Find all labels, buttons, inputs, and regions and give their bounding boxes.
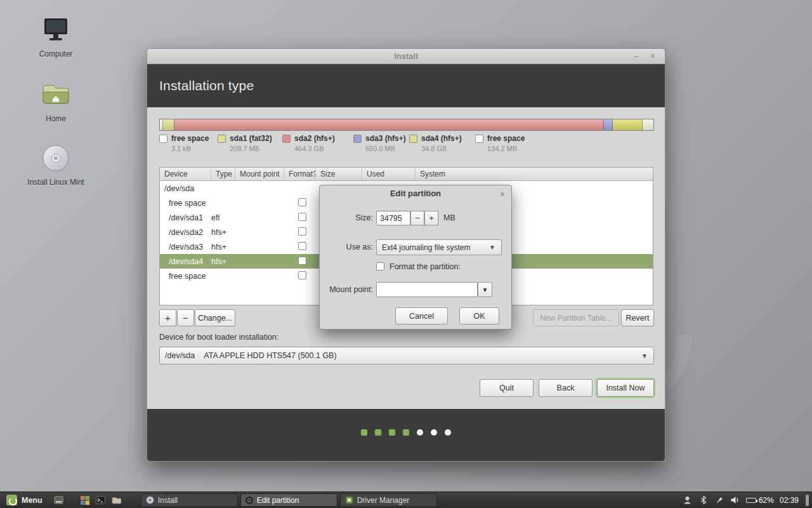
column-header-format[interactable]: Format?	[284, 168, 316, 180]
legend-swatch	[409, 135, 417, 143]
size-spinbox[interactable]	[376, 211, 410, 225]
bootloader-device-combobox[interactable]: /dev/sda ATA APPLE HDD HTS547 (500.1 GB)…	[159, 347, 654, 364]
device-cell: /dev/sda	[160, 184, 211, 193]
size-input[interactable]	[377, 214, 410, 223]
add-partition-button[interactable]: +	[159, 309, 176, 326]
mint-logo-icon	[6, 495, 17, 505]
minimize-button[interactable]: –	[629, 49, 643, 64]
menu-button[interactable]: Menu	[0, 492, 49, 508]
column-header-type[interactable]: Type	[211, 168, 235, 180]
legend-item: sda1 (fat32) 209.7 MB	[218, 134, 272, 152]
battery-icon	[746, 498, 756, 503]
task-label: Edit partition	[257, 496, 299, 505]
desktop-icon-computer[interactable]: Computer	[21, 13, 91, 58]
installer-icon	[146, 496, 154, 504]
system-tray: 62% 02:39	[683, 495, 812, 506]
show-desktop-corner[interactable]	[806, 495, 809, 506]
progress-dot-done	[375, 429, 381, 436]
column-header-mount-point[interactable]: Mount point	[235, 168, 284, 180]
use-as-label: Use as:	[320, 243, 373, 251]
column-header-used[interactable]: Used	[362, 168, 416, 180]
page-header: Installation type	[147, 64, 665, 107]
partition-segment	[613, 119, 643, 130]
mount-point-field[interactable]	[376, 282, 478, 297]
legend-item: sda2 (hfs+) 464.3 GB	[282, 134, 335, 152]
format-checkbox[interactable]	[298, 257, 306, 265]
network-icon[interactable]	[714, 495, 724, 505]
column-header-system[interactable]: System	[416, 168, 653, 180]
size-decrement-button[interactable]: −	[410, 211, 424, 225]
battery-percent: 62%	[759, 496, 774, 505]
partition-segment	[174, 119, 604, 130]
device-cell: free space	[160, 199, 211, 208]
bootloader-description: ATA APPLE HDD HTS547 (500.1 GB)	[204, 351, 336, 360]
show-desktop-icon[interactable]	[54, 495, 64, 505]
user-account-icon[interactable]	[683, 495, 693, 505]
legend-size: 34.8 GB	[421, 145, 462, 152]
desktop-icon-install-linux-mint[interactable]: Install Linux Mint	[21, 141, 91, 187]
chevron-down-icon: ▼	[641, 352, 653, 359]
format-checkbox[interactable]	[298, 213, 306, 221]
use-as-combobox[interactable]: Ext4 journaling file system ▼	[376, 239, 502, 255]
partition-segment	[643, 119, 653, 130]
install-now-button[interactable]: Install Now	[597, 379, 654, 397]
progress-dot-done	[389, 429, 395, 436]
close-button[interactable]: ×	[646, 49, 660, 64]
revert-button[interactable]: Revert	[621, 309, 654, 326]
clock[interactable]: 02:39	[780, 496, 799, 505]
partition-segment	[163, 119, 175, 130]
home-folder-icon	[21, 77, 91, 112]
dialog-close-icon[interactable]: ×	[500, 187, 505, 202]
partition-segment	[604, 119, 613, 130]
size-label: Size:	[320, 213, 373, 222]
task-install[interactable]: Install	[141, 493, 238, 507]
format-checkbox[interactable]	[298, 271, 306, 279]
quit-button[interactable]: Quit	[480, 379, 534, 397]
file-manager-icon[interactable]	[112, 495, 122, 505]
mount-point-label: Mount point:	[320, 285, 373, 294]
app-launcher-icon[interactable]	[80, 495, 90, 505]
ok-button[interactable]: OK	[459, 307, 499, 324]
legend-swatch	[282, 135, 291, 143]
legend-item: free space 3.1 kB	[159, 134, 209, 152]
partition-overview-bar	[159, 119, 654, 131]
terminal-icon[interactable]	[96, 495, 106, 505]
cancel-button[interactable]: Cancel	[395, 307, 448, 324]
legend-label: free space	[171, 134, 209, 143]
mount-point-input[interactable]	[377, 285, 477, 294]
type-cell: hfs+	[211, 243, 235, 251]
mount-point-dropdown-button[interactable]: ▼	[478, 282, 492, 297]
legend-item: sda3 (hfs+) 650.0 MB	[353, 134, 406, 152]
format-partition-checkbox[interactable]	[376, 262, 384, 271]
change-partition-button[interactable]: Change...	[195, 309, 235, 326]
type-cell: hfs+	[211, 228, 235, 237]
format-checkbox[interactable]	[298, 198, 306, 206]
volume-icon[interactable]	[730, 495, 740, 505]
format-checkbox[interactable]	[298, 227, 306, 236]
desktop-icon-home[interactable]: Home	[21, 77, 91, 123]
column-header-device[interactable]: Device	[160, 168, 211, 180]
battery-indicator[interactable]: 62%	[746, 496, 774, 505]
back-button[interactable]: Back	[539, 379, 593, 397]
dialog-title: Edit partition	[320, 185, 511, 202]
dialog-titlebar[interactable]: Edit partition ×	[320, 185, 511, 202]
column-header-size[interactable]: Size	[316, 168, 362, 180]
task-driver-manager[interactable]: Driver Manager	[340, 493, 437, 507]
device-cell: free space	[160, 272, 211, 281]
legend-size: 3.1 kB	[171, 145, 209, 152]
window-titlebar[interactable]: Install – ×	[147, 49, 665, 64]
task-edit-partition[interactable]: Edit partition	[240, 493, 337, 507]
bluetooth-icon[interactable]	[698, 495, 709, 505]
device-cell: /dev/sda1	[160, 213, 211, 222]
legend-label: sda4 (hfs+)	[421, 134, 462, 143]
format-partition-label: Format the partition:	[390, 262, 461, 271]
remove-partition-button[interactable]: −	[177, 309, 194, 326]
new-partition-table-button[interactable]: New Partition Table...	[533, 309, 619, 326]
type-cell: hfs+	[211, 257, 235, 266]
use-as-value: Ext4 journaling file system	[382, 243, 470, 252]
computer-icon	[21, 13, 91, 47]
format-checkbox[interactable]	[298, 242, 306, 250]
size-increment-button[interactable]: +	[424, 211, 438, 225]
driver-manager-icon	[345, 496, 353, 504]
window-title: Install	[147, 49, 665, 64]
